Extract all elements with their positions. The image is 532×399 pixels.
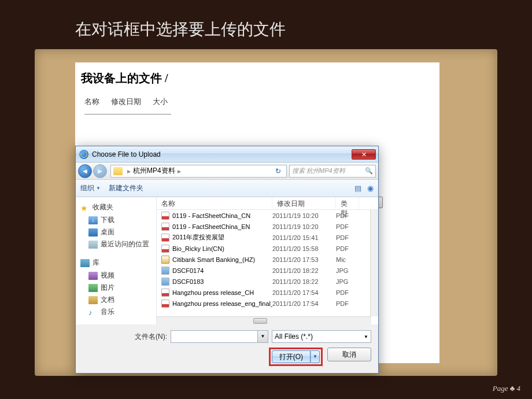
file-date: 2011/1/20 17:54 <box>272 300 336 307</box>
open-button[interactable]: 打开(O) <box>272 350 311 363</box>
sidebar-favorites[interactable]: ★ 收藏夹 <box>76 201 156 214</box>
file-row[interactable]: 0119 - FactSheetChina_CN2011/1/19 10:20P… <box>157 210 378 221</box>
slide-title: 在对话框中选择要上传的文件 <box>75 19 286 40</box>
file-row[interactable]: Hangzhou press release_CH2011/1/20 17:54… <box>157 287 378 298</box>
search-input[interactable]: 搜索 杭州MP4资料 🔍 <box>289 165 376 178</box>
crumb-folder-name[interactable]: 杭州MP4资料 <box>133 166 175 176</box>
tab-size[interactable]: 大小 <box>153 97 168 109</box>
sidebar-music[interactable]: ♪ 音乐 <box>76 306 156 318</box>
open-dropdown[interactable]: ▼ <box>311 350 320 363</box>
file-type: PDF <box>336 223 359 230</box>
file-row[interactable]: 2011年度投资展望2011/1/20 15:41PDF <box>157 232 378 243</box>
cancel-button[interactable]: 取消 <box>327 348 371 361</box>
file-name: Citibank Smart Banking_(HZ) <box>172 256 255 263</box>
col-type[interactable]: 类型 <box>336 197 359 209</box>
view-icon[interactable]: ▤ <box>354 184 361 193</box>
file-icon <box>161 289 169 297</box>
file-row[interactable]: DSCF01832011/1/20 18:22JPG <box>157 276 378 287</box>
file-type: JPG <box>336 278 359 285</box>
breadcrumb[interactable]: ▸ 杭州MP4资料 ▸ ↻ <box>110 165 287 178</box>
search-placeholder: 搜索 杭州MP4资料 <box>292 167 345 175</box>
sidebar-videos[interactable]: 视频 <box>76 269 156 282</box>
file-name: DSCF0183 <box>172 278 204 285</box>
refresh-icon[interactable]: ↻ <box>272 167 284 175</box>
file-type: PDF <box>336 234 359 241</box>
filename-dropdown[interactable]: ▼ <box>258 330 268 343</box>
filter-combo[interactable]: All Files (*.*)▼ <box>272 330 371 343</box>
organize-button[interactable]: 组织▼ <box>80 183 101 193</box>
dialog-titlebar[interactable]: Choose File to Upload ✕ <box>76 146 378 162</box>
document-icon <box>88 296 98 304</box>
desktop-icon <box>88 228 98 237</box>
recent-icon <box>88 241 98 249</box>
file-list: 名称 修改日期 类型 0119 - FactSheetChina_CN2011/… <box>157 197 378 324</box>
dialog-title: Choose File to Upload <box>92 150 352 158</box>
ie-icon <box>79 150 88 159</box>
file-name: 2011年度投资展望 <box>172 233 224 242</box>
file-name: 0119 - FactSheetChina_EN <box>172 223 250 230</box>
file-icon <box>161 223 169 231</box>
crumb-sep-2: ▸ <box>178 167 181 175</box>
tab-name[interactable]: 名称 <box>84 97 99 109</box>
file-name: Bio_Ricky Lin(CN) <box>172 245 224 252</box>
sidebar-libraries[interactable]: 库 <box>76 256 156 269</box>
filename-input[interactable] <box>171 330 258 343</box>
video-icon <box>88 272 98 280</box>
star-icon: ★ <box>80 204 90 212</box>
file-icon <box>161 267 169 275</box>
crumb-sep: ▸ <box>127 167 131 175</box>
library-icon <box>80 259 90 267</box>
forward-button[interactable]: ► <box>93 164 107 178</box>
sidebar-recent[interactable]: 最近访问的位置 <box>76 238 156 250</box>
close-button[interactable]: ✕ <box>352 149 376 160</box>
file-row[interactable]: Hangzhou press release_eng_final_2011/1/… <box>157 298 378 309</box>
page-footer: Page ♣ 4 <box>493 384 520 393</box>
dialog-bottom: 文件名(N): ▼ All Files (*.*)▼ 打开(O) ▼ 取消 <box>76 324 378 373</box>
tab-date[interactable]: 修改日期 <box>111 97 141 109</box>
download-icon <box>88 216 98 224</box>
page-tabs: 名称 修改日期 大小 <box>75 86 439 114</box>
file-list-header: 名称 修改日期 类型 <box>157 197 378 210</box>
file-type: PDF <box>336 245 359 252</box>
file-row[interactable]: Citibank Smart Banking_(HZ)2011/1/20 17:… <box>157 254 378 265</box>
sidebar-downloads[interactable]: 下载 <box>76 214 156 226</box>
file-name: 0119 - FactSheetChina_CN <box>172 212 250 219</box>
file-type: PDF <box>336 212 359 219</box>
horizontal-scrollbar[interactable] <box>157 316 371 324</box>
file-date: 2011/1/20 17:54 <box>272 289 336 296</box>
sidebar-desktop[interactable]: 桌面 <box>76 226 156 238</box>
file-date: 2011/1/20 18:22 <box>272 278 336 285</box>
dialog-toolbar: 组织▼ 新建文件夹 ▤ ◉ <box>76 180 378 197</box>
picture-icon <box>88 284 98 292</box>
file-date: 2011/1/20 17:53 <box>272 256 336 263</box>
file-icon <box>161 300 169 308</box>
search-icon: 🔍 <box>365 167 373 175</box>
file-date: 2011/1/20 15:58 <box>272 245 336 252</box>
col-date[interactable]: 修改日期 <box>272 197 336 209</box>
tab-underline <box>84 114 171 114</box>
file-icon <box>161 245 169 253</box>
file-type: Mic <box>336 256 359 263</box>
file-type: JPG <box>336 267 359 274</box>
file-date: 2011/1/19 10:20 <box>272 212 336 219</box>
col-name[interactable]: 名称 <box>157 197 272 209</box>
back-button[interactable]: ◄ <box>78 164 92 178</box>
vertical-scrollbar[interactable] <box>370 210 378 316</box>
file-row[interactable]: Bio_Ricky Lin(CN)2011/1/20 15:58PDF <box>157 243 378 254</box>
help-icon[interactable]: ◉ <box>367 184 374 193</box>
file-icon <box>161 212 169 220</box>
sidebar: ★ 收藏夹 下载 桌面 最近访问的位置 库 视频 <box>76 197 157 324</box>
newfolder-button[interactable]: 新建文件夹 <box>109 183 143 193</box>
file-name: Hangzhou press release_eng_final_ <box>172 300 272 307</box>
sidebar-documents[interactable]: 文档 <box>76 294 156 306</box>
page-title: 我设备上的文件 / <box>75 62 439 86</box>
dialog-navbar: ◄ ► ▸ 杭州MP4资料 ▸ ↻ 搜索 杭州MP4资料 🔍 <box>76 162 378 180</box>
sidebar-pictures[interactable]: 图片 <box>76 282 156 294</box>
file-icon <box>161 256 169 264</box>
file-icon <box>161 234 169 242</box>
file-row[interactable]: DSCF01742011/1/20 18:22JPG <box>157 265 378 276</box>
file-row[interactable]: 0119 - FactSheetChina_EN2011/1/19 10:20P… <box>157 221 378 232</box>
music-icon: ♪ <box>88 308 98 316</box>
folder-icon <box>113 167 123 175</box>
file-date: 2011/1/20 18:22 <box>272 267 336 274</box>
